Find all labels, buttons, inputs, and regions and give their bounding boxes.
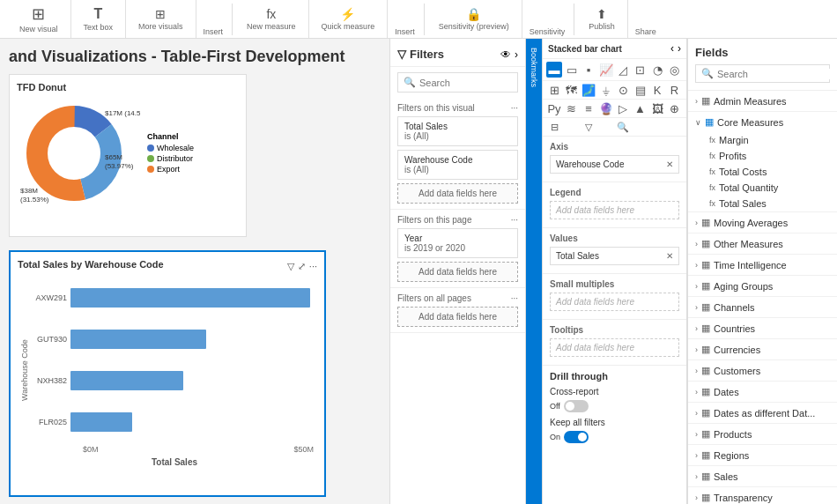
viz-icon-table2[interactable]: ⊟	[546, 119, 562, 135]
viz-tooltips-placeholder[interactable]: Add data fields here	[550, 338, 679, 357]
cross-report-switch[interactable]	[564, 400, 589, 412]
field-group-header-sales[interactable]: › ▦ Sales	[688, 466, 837, 486]
field-item-total-costs[interactable]: fx Total Costs	[688, 164, 837, 180]
field-group-transparency: › ▦ Transparency	[688, 487, 837, 504]
field-group-header-currencies[interactable]: › ▦ Currencies	[688, 339, 837, 359]
field-group-header-moving-averages[interactable]: › ▦ Moving Averages	[688, 212, 837, 233]
add-data-all[interactable]: Add data fields here	[397, 307, 518, 327]
ribbon-text-box[interactable]: T Text box	[71, 0, 127, 38]
add-data-page[interactable]: Add data fields here	[397, 262, 518, 282]
ribbon-new-visual[interactable]: ⊞ New visual	[7, 0, 71, 38]
field-group-header-dates[interactable]: › ▦ Dates	[688, 382, 837, 402]
field-item-total-quantity[interactable]: fx Total Quantity	[688, 180, 837, 196]
field-icon-total-quantity: fx	[709, 183, 715, 192]
filters-search-box[interactable]: 🔍	[397, 72, 518, 93]
viz-axis-field[interactable]: Warehouse Code ✕	[550, 155, 679, 174]
filter-icon[interactable]: ▽	[287, 261, 294, 272]
cross-report-toggle[interactable]: Off	[550, 400, 679, 412]
field-item-profits[interactable]: fx Profits	[688, 148, 837, 164]
viz-icon-slicer[interactable]: ▷	[615, 100, 631, 116]
viz-icon-kpi[interactable]: K	[649, 82, 665, 98]
viz-icon-card[interactable]: ▤	[633, 82, 648, 98]
viz-values-field[interactable]: Total Sales ✕	[550, 247, 679, 265]
filters-on-page-more[interactable]: ···	[511, 215, 518, 225]
bar-chart-panel[interactable]: Total Sales by Warehouse Code ▽ ⤢ ··· Wa…	[9, 250, 326, 497]
viz-axis-remove[interactable]: ✕	[666, 159, 673, 169]
ribbon-quick-measure[interactable]: ⚡ Quick measure	[309, 0, 389, 38]
viz-icon-image[interactable]: 🖼	[649, 100, 665, 116]
keep-all-filters-switch[interactable]	[564, 431, 589, 443]
filter-card-warehouse-code[interactable]: Warehouse Code is (All)	[397, 150, 518, 180]
viz-icon-zoom[interactable]: 🔍	[615, 119, 631, 135]
viz-icon-ai[interactable]: 🔮	[598, 100, 614, 116]
field-group-header-core-measures[interactable]: ∨ ▦ Core Measures	[688, 112, 837, 132]
focus-icon[interactable]: ⤢	[298, 261, 306, 272]
viz-icon-table[interactable]: R	[667, 82, 683, 98]
donut-chart-panel[interactable]: TFD Donut $17M (14.5%) $65M (53.97%) $38…	[9, 74, 247, 237]
filter-card-total-sales[interactable]: Total Sales is (All)	[397, 116, 518, 146]
viz-nav-right[interactable]: ›	[678, 42, 681, 55]
viz-icon-line[interactable]: 📈	[598, 62, 614, 78]
viz-icon-more[interactable]: ⊕	[667, 100, 683, 116]
field-group-header-countries[interactable]: › ▦ Countries	[688, 318, 837, 338]
bookmarks-tab[interactable]: Bookmarks	[528, 42, 540, 93]
expand-icon-moving: ›	[695, 219, 698, 227]
viz-icon-treemap[interactable]: ⊞	[546, 82, 562, 98]
search-icon-filter: 🔍	[404, 77, 416, 88]
viz-icon-scatter[interactable]: ⊡	[633, 62, 648, 78]
table-icon-customers: ▦	[701, 365, 710, 376]
keep-all-filters-toggle[interactable]: On	[550, 431, 679, 443]
svg-text:$65M: $65M	[105, 153, 122, 161]
viz-icon-donut[interactable]: ◎	[667, 62, 683, 78]
viz-values-remove[interactable]: ✕	[666, 251, 673, 261]
field-group-header-products[interactable]: › ▦ Products	[688, 424, 837, 444]
filters-on-visual-more[interactable]: ···	[511, 103, 518, 113]
ribbon-publish[interactable]: ⬆ Publish	[576, 0, 628, 38]
viz-icon-map[interactable]: 🗺	[564, 82, 580, 98]
viz-icon-matrix[interactable]: Py	[546, 100, 562, 116]
field-group-header-other-measures[interactable]: › ▦ Other Measures	[688, 233, 837, 254]
viz-icon-waterfall[interactable]: ≋	[564, 100, 580, 116]
ribbon-sensitivity[interactable]: 🔒 Sensitivity (preview)	[426, 0, 522, 38]
field-group-header-time-intelligence[interactable]: › ▦ Time Intelligence	[688, 255, 837, 275]
field-group-header-aging-groups[interactable]: › ▦ Aging Groups	[688, 276, 837, 296]
fields-search-input[interactable]	[717, 69, 837, 79]
viz-nav-left[interactable]: ‹	[670, 42, 674, 55]
viz-icon-area[interactable]: ◿	[615, 62, 631, 78]
field-group-header-admin-measures[interactable]: › ▦ Admin Measures	[688, 91, 837, 111]
field-item-total-sales[interactable]: fx Total Sales	[688, 196, 837, 211]
field-item-margin[interactable]: fx Margin	[688, 132, 837, 148]
more-icon[interactable]: ···	[309, 261, 317, 272]
ribbon-more-visuals[interactable]: ⊞ More visuals	[126, 0, 196, 38]
viz-icon-ribbon[interactable]: ≡	[581, 100, 596, 116]
viz-panel-header: Stacked bar chart ‹ ›	[543, 39, 686, 59]
filters-search-input[interactable]	[419, 78, 512, 88]
expand-icon-customers: ›	[695, 367, 698, 375]
viz-icon-shape[interactable]: ▲	[633, 100, 648, 116]
filter-eye-icon[interactable]: 👁	[500, 48, 511, 61]
field-group-header-channels[interactable]: › ▦ Channels	[688, 297, 837, 317]
add-data-visual[interactable]: Add data fields here	[397, 183, 518, 204]
viz-legend-placeholder[interactable]: Add data fields here	[550, 201, 679, 219]
viz-small-multiples-placeholder[interactable]: Add data fields here	[550, 293, 679, 311]
filter-chevron-icon[interactable]: ›	[515, 48, 518, 61]
viz-icon-gauge[interactable]: ⊙	[615, 82, 631, 98]
filter-card-year[interactable]: Year is 2019 or 2020	[397, 228, 518, 258]
viz-icon-pie[interactable]: ◔	[649, 62, 665, 78]
viz-icon-funnel[interactable]: ⏚	[598, 82, 614, 98]
field-group-sales: › ▦ Sales	[688, 466, 837, 487]
field-group-header-transparency[interactable]: › ▦ Transparency	[688, 487, 837, 504]
field-group-header-customers[interactable]: › ▦ Customers	[688, 360, 837, 381]
field-group-countries: › ▦ Countries	[688, 318, 837, 339]
fields-search-box[interactable]: 🔍	[695, 64, 830, 83]
viz-icon-filled-map[interactable]: 🗾	[581, 82, 596, 98]
table-icon-dates-diff: ▦	[701, 407, 710, 419]
field-group-header-regions[interactable]: › ▦ Regions	[688, 445, 837, 465]
ribbon-new-measure[interactable]: fx New measure	[234, 0, 309, 38]
viz-icon-stacked-bar[interactable]: ▬	[546, 62, 562, 78]
viz-icon-filter[interactable]: ▽	[581, 119, 596, 135]
viz-icon-bar[interactable]: ▭	[564, 62, 580, 78]
filters-on-all-more[interactable]: ···	[511, 293, 518, 303]
viz-icon-100pct-bar[interactable]: ▪	[581, 62, 596, 78]
field-group-header-dates-as-different[interactable]: › ▦ Dates as different Dat...	[688, 403, 837, 423]
